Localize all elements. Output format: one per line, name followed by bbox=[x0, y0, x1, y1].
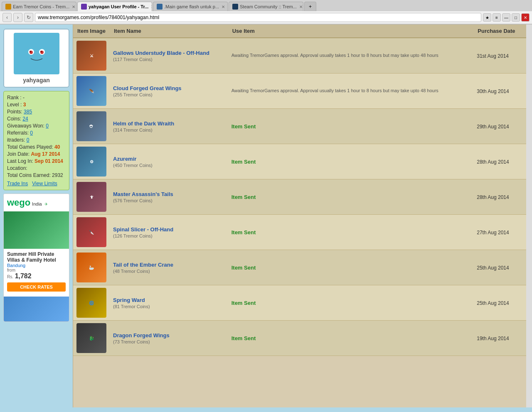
scrollbar[interactable] bbox=[526, 25, 532, 407]
item-name-cell: Azuremir(450 Tremor Coins) bbox=[110, 144, 228, 179]
stat-points-link[interactable]: 385 bbox=[24, 109, 32, 115]
item-thumbnail: ⚙ bbox=[76, 147, 106, 177]
item-name-link[interactable]: Azuremir bbox=[113, 156, 136, 162]
main-content: Item Image Item Name Use Item Purchase D… bbox=[73, 25, 526, 407]
ad-hotel-image bbox=[4, 211, 69, 249]
tab-steam[interactable]: Steam Community :: Trem... ✕ bbox=[229, 2, 303, 11]
stat-level: Level : 3 bbox=[7, 102, 66, 108]
item-date-cell: 31st Aug 2014 bbox=[473, 38, 526, 74]
stat-giveaways-link[interactable]: 0 bbox=[46, 123, 49, 129]
tab-close-steam[interactable]: ✕ bbox=[299, 5, 303, 9]
item-thumbnail: 🪶 bbox=[76, 76, 106, 106]
stat-last-login-value: Sep 01 2014 bbox=[34, 158, 63, 164]
stat-giveaways: Giveaways Won: 0 bbox=[7, 123, 66, 129]
stat-total-games-label: Total Games Played: bbox=[7, 144, 54, 150]
item-date: 31st Aug 2014 bbox=[477, 53, 509, 59]
item-thumbnail: 🦢 bbox=[76, 253, 106, 282]
item-name-link[interactable]: Dragon Forged Wings bbox=[113, 332, 170, 338]
stat-referrals-link[interactable]: 0 bbox=[30, 130, 33, 136]
item-name-link[interactable]: Tail of the Ember Crane bbox=[113, 262, 173, 268]
table-row: 🌀Spring Ward(81 Tremor Coins)Item Sent25… bbox=[73, 285, 526, 321]
back-button[interactable]: ‹ bbox=[2, 13, 12, 22]
sidebar-links-row: Trade Ins View Limits bbox=[7, 181, 66, 186]
item-thumbnail: ⛑ bbox=[76, 111, 106, 141]
item-coins: (48 Tremor Coins) bbox=[113, 269, 225, 274]
check-rates-button[interactable]: CHECK RATES bbox=[7, 282, 66, 292]
wego-sub: India bbox=[32, 201, 42, 206]
tab-close-tremor[interactable]: ✕ bbox=[72, 5, 75, 9]
stat-points: Points: 385 bbox=[7, 109, 66, 115]
forward-button[interactable]: › bbox=[13, 13, 22, 22]
item-image-cell: 🔪 bbox=[73, 215, 110, 250]
item-name-link[interactable]: Helm of the Dark Wraith bbox=[113, 120, 174, 127]
ad-text-area: Summer Hill Private Villas & Family Hote… bbox=[4, 249, 69, 297]
item-status-cell: Item Sent bbox=[228, 285, 474, 321]
stat-total-games: Total Games Played: 40 bbox=[7, 144, 66, 150]
view-limits-link[interactable]: View Limits bbox=[32, 181, 57, 186]
item-name-link[interactable]: Gallows Understudy Blade - Off-Hand bbox=[113, 50, 209, 56]
tab-main[interactable]: .Main game flash untuk p... ✕ bbox=[153, 2, 228, 11]
item-name-cell: Tail of the Ember Crane(48 Tremor Coins) bbox=[110, 250, 228, 285]
stat-rank: Rank : - bbox=[7, 95, 66, 101]
tab-close-main[interactable]: ✕ bbox=[222, 5, 225, 9]
trade-ins-link[interactable]: Trade Ins bbox=[7, 181, 28, 186]
minimize-icon[interactable]: — bbox=[502, 13, 510, 22]
item-status-sent: Item Sent bbox=[232, 123, 470, 130]
stat-itraders-link[interactable]: 0 bbox=[27, 137, 30, 143]
stat-total-coins-value: 2932 bbox=[52, 172, 63, 178]
item-status-sent: Item Sent bbox=[232, 300, 470, 306]
tab-label-tremor: Earn Tremor Coins - Trem... bbox=[13, 4, 69, 9]
stat-last-login: Last Log In: Sep 01 2014 bbox=[7, 158, 66, 164]
item-name-link[interactable]: Spinal Slicer - Off-Hand bbox=[113, 226, 173, 233]
stat-rank-value: - bbox=[23, 95, 25, 101]
wego-plane-icon: ✈ bbox=[44, 202, 48, 206]
item-date: 28th Aug 2014 bbox=[477, 194, 509, 200]
refresh-button[interactable]: ↻ bbox=[24, 13, 33, 22]
table-row: ⛑Helm of the Dark Wraith(314 Tremor Coin… bbox=[73, 109, 526, 144]
table-row: ⚙Azuremir(450 Tremor Coins)Item Sent28th… bbox=[73, 144, 526, 179]
tab-close-yahyagan[interactable]: ✕ bbox=[151, 5, 152, 9]
col-header-use: Use Item bbox=[228, 25, 474, 38]
table-row: 🐉Dragon Forged Wings(73 Tremor Coins)Ite… bbox=[73, 321, 526, 356]
item-status-sent: Item Sent bbox=[232, 194, 470, 200]
col-header-name: Item Name bbox=[110, 25, 228, 38]
tab-yahyagan[interactable]: yahyagan User Profile - Tr... ✕ bbox=[77, 2, 152, 11]
address-input[interactable] bbox=[35, 13, 481, 22]
toolbar-icons: ★ ≡ — □ ✕ bbox=[483, 13, 530, 22]
item-image-cell: ⛑ bbox=[73, 109, 110, 144]
item-date: 29th Aug 2014 bbox=[477, 124, 509, 130]
browser-chrome: Earn Tremor Coins - Trem... ✕ yahyagan U… bbox=[0, 0, 532, 25]
items-tbody: ⚔Gallows Understudy Blade - Off-Hand(117… bbox=[73, 38, 526, 356]
item-status-sent: Item Sent bbox=[232, 335, 470, 341]
ad-from-label: from bbox=[7, 268, 66, 272]
item-name-link[interactable]: Cloud Forged Great Wings bbox=[113, 85, 182, 91]
new-tab-button[interactable]: + bbox=[304, 2, 316, 11]
item-date: 27th Aug 2014 bbox=[477, 230, 509, 235]
stat-rank-label: Rank : bbox=[7, 95, 23, 101]
bookmark-icon[interactable]: ★ bbox=[483, 13, 491, 22]
item-date-cell: 25th Aug 2014 bbox=[473, 285, 526, 321]
svg-point-7 bbox=[29, 39, 44, 49]
tab-tremor[interactable]: Earn Tremor Coins - Trem... ✕ bbox=[2, 2, 76, 11]
item-name-link[interactable]: Spring Ward bbox=[113, 297, 145, 303]
stat-coins-link[interactable]: 24 bbox=[22, 116, 28, 122]
settings-icon[interactable]: ≡ bbox=[493, 13, 501, 22]
item-status-cell: Item Sent bbox=[228, 144, 474, 179]
item-name-link[interactable]: Master Assassin's Tails bbox=[113, 191, 173, 197]
table-row: 🪶Cloud Forged Great Wings(255 Tremor Coi… bbox=[73, 74, 526, 109]
address-bar-row: ‹ › ↻ ★ ≡ — □ ✕ bbox=[0, 11, 532, 24]
ad-box: wego India ✈ Summer Hill Private Villas … bbox=[3, 194, 69, 322]
tab-label-yahyagan: yahyagan User Profile - Tr... bbox=[89, 4, 148, 9]
item-image-cell: 🐉 bbox=[73, 321, 110, 356]
close-icon[interactable]: ✕ bbox=[521, 13, 530, 22]
maximize-icon[interactable]: □ bbox=[512, 13, 520, 22]
stat-referrals-label: Referrals: bbox=[7, 130, 30, 136]
item-date: 25th Aug 2014 bbox=[477, 300, 509, 306]
ad-price: 1,782 bbox=[15, 272, 32, 280]
col-header-date: Purchase Date bbox=[473, 25, 526, 38]
table-header-row: Item Image Item Name Use Item Purchase D… bbox=[73, 25, 526, 38]
page-wrapper: yahyagan Rank : - Level : 3 Points: 385 … bbox=[0, 25, 532, 407]
item-status-sent: Item Sent bbox=[232, 265, 470, 271]
item-name-cell: Dragon Forged Wings(73 Tremor Coins) bbox=[110, 321, 228, 356]
item-image-cell: 🗡 bbox=[73, 179, 110, 215]
